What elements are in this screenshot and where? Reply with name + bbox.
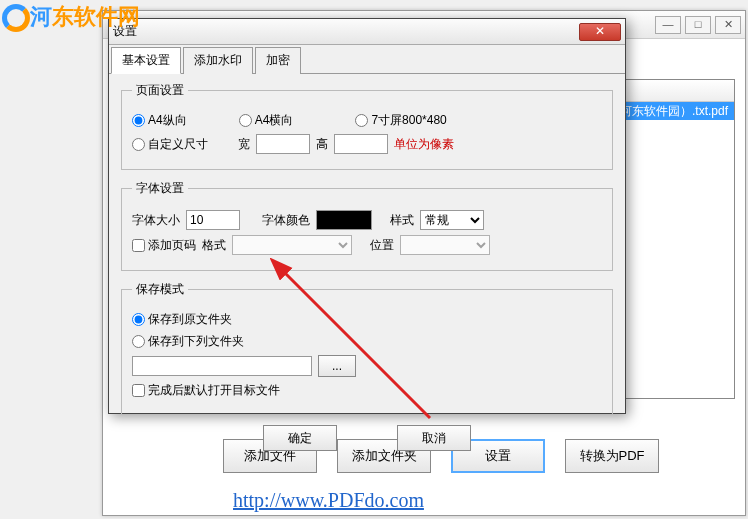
position-select[interactable] (400, 235, 490, 255)
style-select[interactable]: 常规 (420, 210, 484, 230)
settings-dialog: 设置 ✕ 基本设置 添加水印 加密 页面设置 A4纵向 A4横向 7寸屏800*… (108, 18, 626, 414)
radio-save-original[interactable]: 保存到原文件夹 (132, 311, 232, 328)
format-select[interactable] (232, 235, 352, 255)
tab-content-basic: 页面设置 A4纵向 A4横向 7寸屏800*480 自定义尺寸 宽 高 单位为像… (109, 74, 625, 459)
dialog-titlebar: 设置 ✕ (109, 19, 625, 45)
add-pagenum-checkbox[interactable]: 添加页码 (132, 237, 196, 254)
format-label: 格式 (202, 237, 226, 254)
open-after-checkbox[interactable]: 完成后默认打开目标文件 (132, 382, 280, 399)
website-link[interactable]: http://www.PDFdo.com (233, 489, 424, 512)
radio-a4-landscape[interactable]: A4横向 (239, 112, 294, 129)
file-row-right: 河东软件园）.txt.pdf (620, 103, 728, 120)
font-size-label: 字体大小 (132, 212, 180, 229)
close-button[interactable]: ✕ (715, 16, 741, 34)
cancel-button[interactable]: 取消 (397, 425, 471, 451)
font-color-label: 字体颜色 (262, 212, 310, 229)
radio-a4-portrait[interactable]: A4纵向 (132, 112, 187, 129)
font-color-select[interactable] (316, 210, 372, 230)
tab-basic[interactable]: 基本设置 (111, 47, 181, 74)
watermark-text-b: 东软件网 (52, 4, 140, 29)
save-mode-legend: 保存模式 (132, 281, 188, 298)
font-settings-group: 字体设置 字体大小 字体颜色 样式 常规 添加页码 格式 位置 (121, 180, 613, 271)
radio-7inch[interactable]: 7寸屏800*480 (355, 112, 446, 129)
save-mode-group: 保存模式 保存到原文件夹 保存到下列文件夹 ... 完成后默认打开目标文件 (121, 281, 613, 415)
font-settings-legend: 字体设置 (132, 180, 188, 197)
radio-save-below[interactable]: 保存到下列文件夹 (132, 333, 244, 350)
height-label: 高 (316, 136, 328, 153)
page-settings-legend: 页面设置 (132, 82, 188, 99)
tab-watermark[interactable]: 添加水印 (183, 47, 253, 74)
page-settings-group: 页面设置 A4纵向 A4横向 7寸屏800*480 自定义尺寸 宽 高 单位为像… (121, 82, 613, 170)
position-label: 位置 (370, 237, 394, 254)
width-label: 宽 (238, 136, 250, 153)
dialog-close-button[interactable]: ✕ (579, 23, 621, 41)
tab-encrypt[interactable]: 加密 (255, 47, 301, 74)
height-input[interactable] (334, 134, 388, 154)
folder-path-input[interactable] (132, 356, 312, 376)
ok-button[interactable]: 确定 (263, 425, 337, 451)
tab-bar: 基本设置 添加水印 加密 (109, 47, 625, 74)
minimize-button[interactable]: — (655, 16, 681, 34)
dialog-button-row: 确定 取消 (121, 425, 613, 451)
radio-custom-size[interactable]: 自定义尺寸 (132, 136, 208, 153)
watermark-text-a: 河 (30, 4, 52, 29)
maximize-button[interactable]: □ (685, 16, 711, 34)
font-size-input[interactable] (186, 210, 240, 230)
browse-button[interactable]: ... (318, 355, 356, 377)
logo-ring-icon (2, 4, 30, 32)
style-label: 样式 (390, 212, 414, 229)
site-watermark: 河东软件网 (2, 2, 140, 32)
unit-note: 单位为像素 (394, 136, 454, 153)
width-input[interactable] (256, 134, 310, 154)
